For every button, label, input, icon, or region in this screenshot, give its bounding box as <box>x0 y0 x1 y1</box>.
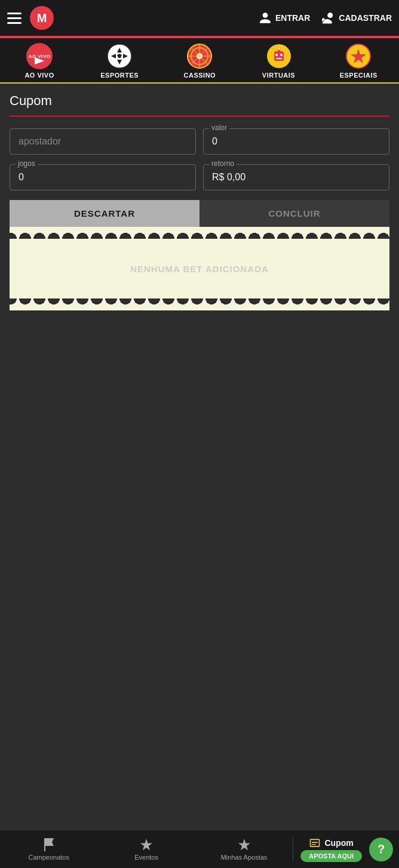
ticket-container: NENHUMA BET ADICIONADA <box>10 227 389 310</box>
descartar-button[interactable]: DESCARTAR <box>10 200 200 227</box>
form-row-2: jogos retorno <box>10 164 389 190</box>
tab-especiais[interactable]: ESPECIAIS <box>340 43 377 79</box>
tab-ao-vivo[interactable]: AO VIVO AO VIVO <box>22 43 57 79</box>
ticket-top-edge <box>10 227 389 239</box>
svg-point-17 <box>275 54 278 56</box>
header-left: M <box>7 6 54 30</box>
minhas-apostas-icon <box>237 838 251 852</box>
jogos-field: jogos <box>10 164 196 190</box>
robot-icon <box>266 43 292 69</box>
retorno-input[interactable] <box>203 164 389 190</box>
star-especiais-icon <box>345 43 372 69</box>
valor-label: valor <box>209 124 229 132</box>
minhas-apostas-label: Minhas Apostas <box>221 854 268 861</box>
menu-button[interactable] <box>7 13 22 24</box>
ao-vivo-icon-container: AO VIVO <box>26 43 53 69</box>
cupom-receipt-icon <box>309 837 321 849</box>
flag-icon <box>42 838 56 852</box>
svg-rect-19 <box>276 58 282 59</box>
cassino-icon-container <box>186 43 213 69</box>
person-icon <box>259 11 272 24</box>
bottom-nav-campeonatos[interactable]: Campeonatos <box>0 834 97 864</box>
jogos-input[interactable] <box>10 164 196 190</box>
valor-field: valor <box>203 128 389 155</box>
eventos-star-icon <box>139 838 154 852</box>
ticket-body: NENHUMA BET ADICIONADA <box>10 239 389 298</box>
jogos-label: jogos <box>16 159 38 168</box>
svg-point-21 <box>278 48 280 50</box>
svg-point-18 <box>280 54 283 56</box>
bottom-cupom-area: Cupom APOSTA AQUI <box>293 837 369 862</box>
tab-esportes[interactable]: ESPORTES <box>100 43 139 79</box>
apostador-field <box>10 128 196 155</box>
nav-tabs: AO VIVO AO VIVO ESPORTES <box>0 38 399 84</box>
apostador-input[interactable] <box>10 128 196 155</box>
form-row-1: valor <box>10 128 389 155</box>
ao-vivo-circle: AO VIVO <box>26 43 53 69</box>
entrar-button[interactable]: ENTRAR <box>259 11 310 24</box>
entrar-label: ENTRAR <box>275 13 310 23</box>
title-divider <box>10 116 389 116</box>
cadastrar-button[interactable]: CADASTRAR <box>322 11 392 24</box>
main-content: Cupom valor jogos retorno DESCARTAR CONC… <box>0 84 399 320</box>
ticket-empty-text: NENHUMA BET ADICIONADA <box>130 264 269 274</box>
tab-esportes-label: ESPORTES <box>100 72 139 79</box>
add-person-icon <box>322 11 335 24</box>
bottom-nav-minhas-apostas[interactable]: Minhas Apostas <box>195 834 293 864</box>
campeonatos-label: Campeonatos <box>28 854 69 861</box>
cadastrar-label: CADASTRAR <box>339 13 392 23</box>
retorno-field: retorno <box>203 164 389 190</box>
tab-cassino-label: CASSINO <box>184 72 216 79</box>
tab-ao-vivo-label: AO VIVO <box>24 72 54 79</box>
especiais-icon-container <box>345 43 372 69</box>
soccer-icon <box>106 43 133 69</box>
valor-input[interactable] <box>203 128 389 155</box>
virtuais-icon-container <box>266 43 292 69</box>
tab-cassino[interactable]: CASSINO <box>182 43 217 79</box>
tab-virtuais[interactable]: VIRTUAIS <box>261 43 297 79</box>
cupom-bottom-label: Cupom <box>324 838 353 848</box>
roulette-icon <box>186 43 213 69</box>
concluir-button[interactable]: CONCLUIR <box>200 200 389 227</box>
bottom-nav: Campeonatos Eventos Minhas Apostas Cupom… <box>0 830 399 868</box>
bottom-nav-eventos[interactable]: Eventos <box>97 834 195 864</box>
header-right: ENTRAR CADASTRAR <box>259 11 392 24</box>
action-buttons: DESCARTAR CONCLUIR <box>10 200 389 227</box>
logo: M <box>30 6 54 30</box>
ticket-bottom-edge <box>10 298 389 310</box>
retorno-label: retorno <box>209 159 237 168</box>
ao-vivo-badge-text: AO VIVO <box>29 54 51 59</box>
header: M ENTRAR CADASTRAR <box>0 0 399 36</box>
eventos-label: Eventos <box>134 854 158 861</box>
cupom-title: Cupom <box>10 93 389 109</box>
svg-rect-16 <box>274 51 284 61</box>
help-button[interactable]: ? <box>369 838 393 861</box>
tab-virtuais-label: VIRTUAIS <box>262 72 295 79</box>
aposta-aqui-button[interactable]: APOSTA AQUI <box>300 850 362 862</box>
tab-especiais-label: ESPECIAIS <box>340 72 377 79</box>
esportes-icon-container <box>106 43 133 69</box>
cupom-label-row: Cupom <box>309 837 353 849</box>
